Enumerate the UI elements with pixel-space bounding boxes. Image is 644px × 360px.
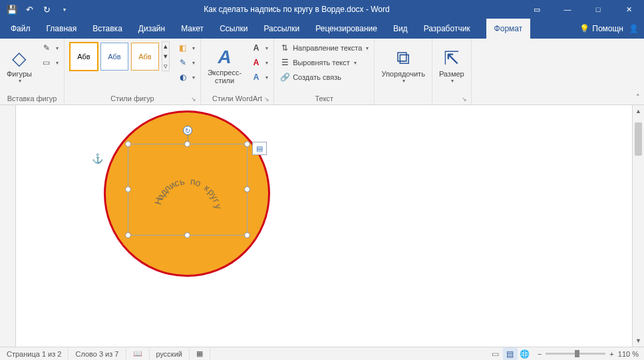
shape-style-2[interactable]: Абв [100, 43, 128, 71]
tab-view[interactable]: Вид [385, 19, 416, 39]
maximize-button[interactable]: □ [583, 0, 613, 19]
shape-style-gallery[interactable]: Абв Абв Абв ▴ ▾ ▿ [67, 41, 172, 71]
text-box-selected[interactable]: ↻ ▤ Надпись по кругу [128, 144, 247, 236]
arrange-label: Упорядочить [381, 70, 424, 78]
size-label: Размер [439, 70, 464, 78]
zoom-in[interactable]: + [609, 350, 613, 358]
zoom-out[interactable]: − [538, 350, 542, 358]
vertical-scrollbar[interactable]: ▲ ▼ [632, 105, 644, 347]
status-language[interactable]: русский [150, 347, 190, 360]
quick-styles-label: Экспресс- стили [208, 69, 242, 85]
resize-handle-mr[interactable] [244, 186, 250, 192]
redo-button[interactable]: ↻ [39, 1, 55, 17]
resize-handle-tr[interactable] [244, 141, 250, 147]
lightbulb-icon: 💡 [579, 24, 589, 33]
status-page[interactable]: Страница 1 из 2 [0, 347, 69, 360]
view-read-mode[interactable]: ▭ [488, 347, 503, 361]
collapse-ribbon[interactable]: ˄ [636, 93, 640, 102]
group-shape-styles: Абв Абв Абв ▴ ▾ ▿ ◧▾ ✎▾ ◐▾ Стили фигур↘ [65, 39, 201, 104]
create-link-button[interactable]: 🔗Создать связь [277, 71, 371, 84]
tab-file[interactable]: Файл [3, 19, 39, 39]
zoom-value[interactable]: 110 % [618, 350, 639, 358]
zoom-slider-thumb[interactable] [575, 350, 579, 357]
tell-me[interactable]: 💡 Помощн [579, 19, 629, 39]
align-text-button[interactable]: ☰Выровнять текст▾ [277, 56, 371, 69]
quick-styles-button[interactable]: A Экспресс- стили [204, 41, 245, 89]
curved-text: Надпись по кругу [138, 152, 238, 252]
shapes-label: Фигуры [7, 70, 32, 78]
ribbon: ◇ Фигуры ▾ ✎▾ ▭▾ Вставка фигур Абв Абв А… [0, 39, 644, 105]
zoom-slider[interactable] [546, 353, 605, 355]
shape-style-3[interactable]: Абв [131, 43, 159, 71]
shapes-button[interactable]: ◇ Фигуры ▾ [3, 41, 36, 89]
text-direction-icon: ⇅ [279, 43, 290, 53]
resize-handle-tl[interactable] [125, 141, 131, 147]
tab-references[interactable]: Ссылки [212, 19, 255, 39]
resize-handle-tm[interactable] [184, 141, 190, 147]
group-label-arrange [377, 93, 428, 104]
shape-outline-button[interactable]: ✎▾ [175, 56, 198, 69]
rotate-handle[interactable]: ↻ [183, 126, 192, 135]
shape-fill-button[interactable]: ◧▾ [175, 41, 198, 55]
text-outline-icon: A [251, 57, 261, 68]
ribbon-display-options[interactable]: ▭ [522, 0, 552, 19]
view-print-layout[interactable]: ▤ [503, 347, 518, 361]
wordart-icon: A [218, 46, 231, 69]
layout-options-button[interactable]: ▤ [252, 142, 267, 155]
scroll-down[interactable]: ▼ [633, 335, 644, 347]
group-label-wordart: Стили WordArt↘ [204, 93, 271, 104]
text-effects-button[interactable]: A▾ [248, 71, 271, 84]
scroll-up[interactable]: ▲ [633, 105, 644, 117]
textbox-icon: ▭ [41, 57, 52, 68]
status-words[interactable]: Слово 3 из 7 [69, 347, 126, 360]
align-text-icon: ☰ [279, 57, 290, 68]
tab-mailings[interactable]: Рассылки [255, 19, 307, 39]
qat-customize[interactable]: ▾ [56, 1, 72, 17]
resize-handle-bl[interactable] [125, 232, 131, 238]
view-web-layout[interactable]: 🌐 [518, 347, 532, 361]
status-proofing[interactable]: 📖 [126, 347, 150, 360]
tab-insert[interactable]: Вставка [84, 19, 130, 39]
size-button[interactable]: ⇱ Размер ▾ [435, 41, 468, 89]
resize-handle-ml[interactable] [125, 186, 131, 192]
gallery-up[interactable]: ▴ [162, 42, 169, 51]
shape-styles-launcher[interactable]: ↘ [191, 96, 196, 102]
shape-style-1[interactable]: Абв [70, 43, 98, 71]
arrange-button[interactable]: ⧉ Упорядочить ▾ [377, 41, 428, 89]
edit-shape-button[interactable]: ✎▾ [39, 41, 61, 55]
document-area: ⚓ ↻ ▤ Надпись по кругу ▲ ▼ [0, 105, 644, 347]
gallery-more[interactable]: ▿ [162, 62, 169, 71]
resize-handle-br[interactable] [244, 232, 250, 238]
tab-layout[interactable]: Макет [173, 19, 212, 39]
undo-button[interactable]: ↶ [21, 1, 37, 17]
gallery-down[interactable]: ▾ [162, 52, 169, 61]
align-text-label: Выровнять текст [293, 59, 350, 67]
page[interactable]: ⚓ ↻ ▤ Надпись по кругу [16, 105, 632, 347]
arrange-icon: ⧉ [397, 47, 410, 70]
tab-review[interactable]: Рецензирование [307, 19, 385, 39]
scroll-thumb[interactable] [635, 122, 642, 156]
tab-design[interactable]: Дизайн [130, 19, 173, 39]
text-fill-button[interactable]: A▾ [248, 41, 271, 55]
tab-home[interactable]: Главная [39, 19, 85, 39]
shape-effects-button[interactable]: ◐▾ [175, 71, 198, 84]
draw-textbox-button[interactable]: ▭▾ [39, 56, 61, 69]
tell-me-label: Помощн [592, 24, 623, 33]
text-outline-button[interactable]: A▾ [248, 56, 271, 69]
text-direction-button[interactable]: ⇅Направление текста▾ [277, 41, 371, 55]
close-button[interactable]: ✕ [613, 0, 644, 19]
status-bar: Страница 1 из 2 Слово 3 из 7 📖 русский ▦… [0, 347, 644, 360]
status-macro[interactable]: ▦ [190, 347, 210, 360]
proofing-icon: 📖 [133, 349, 142, 358]
wordart-launcher[interactable]: ↘ [264, 96, 269, 102]
tab-developer[interactable]: Разработчик [416, 19, 478, 39]
size-launcher[interactable]: ↘ [462, 96, 467, 102]
window-controls: ▭ — □ ✕ [522, 0, 644, 19]
save-button[interactable]: 💾 [4, 1, 20, 17]
group-label-text: Текст [277, 93, 371, 104]
share-button[interactable]: 👤 [629, 19, 644, 39]
group-text: ⇅Направление текста▾ ☰Выровнять текст▾ 🔗… [274, 39, 375, 104]
tab-format[interactable]: Формат [486, 19, 531, 39]
minimize-button[interactable]: — [552, 0, 583, 19]
group-size: ⇱ Размер ▾ ↘ [432, 39, 472, 104]
